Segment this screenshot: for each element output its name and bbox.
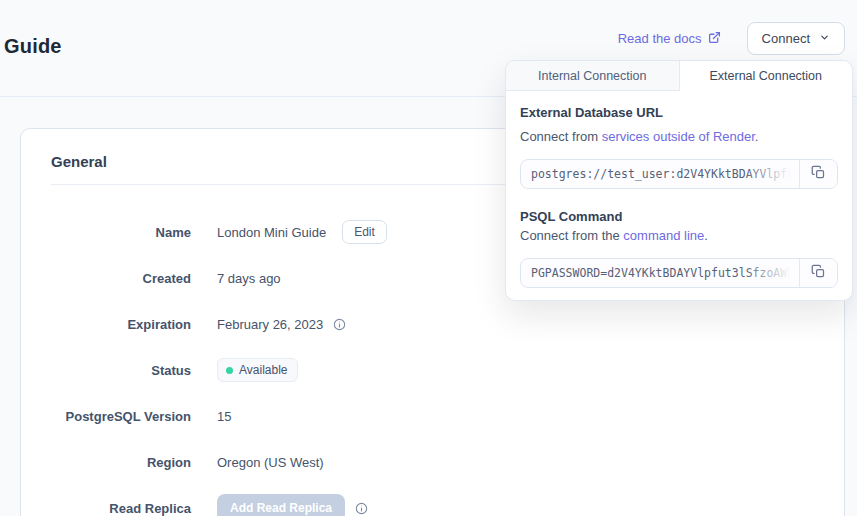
row-region-label: Region: [21, 455, 191, 470]
row-postgresql-version: PostgreSQL Version 15: [21, 393, 844, 439]
database-name-value: London Mini Guide: [217, 225, 326, 240]
external-database-url-field: postgres://test_user:d2V4YKktBDAYVlpfut3…: [520, 159, 838, 189]
region-value: Oregon (US West): [217, 455, 324, 470]
services-outside-render-link[interactable]: services outside of Render: [602, 129, 755, 144]
copy-icon: [811, 165, 826, 183]
psql-command-value[interactable]: PGPASSWORD=d2V4YKktBDAYVlpfut3lSfzoAWhwb…: [521, 259, 799, 287]
status-badge-label: Available: [239, 363, 287, 377]
connect-dropdown-panel: Internal Connection External Connection …: [505, 60, 853, 301]
row-postgresql-version-label: PostgreSQL Version: [21, 409, 191, 424]
page-title: Guide: [4, 35, 62, 58]
desc-text: Connect from: [520, 129, 602, 144]
copy-icon: [811, 264, 826, 282]
expiration-info-icon[interactable]: [333, 318, 346, 331]
psql-command-field: PGPASSWORD=d2V4YKktBDAYVlpfut3lSfzoAWhwb…: [520, 258, 838, 288]
connect-button-label: Connect: [762, 31, 810, 46]
add-read-replica-button[interactable]: Add Read Replica: [217, 494, 345, 516]
row-created-label: Created: [21, 271, 191, 286]
read-the-docs-link[interactable]: Read the docs: [618, 31, 721, 47]
row-status-label: Status: [21, 363, 191, 378]
external-database-url-value[interactable]: postgres://test_user:d2V4YKktBDAYVlpfut3…: [521, 160, 799, 188]
row-name-label: Name: [21, 225, 191, 240]
desc-text: .: [755, 129, 759, 144]
row-status: Status Available: [21, 347, 844, 393]
command-line-link[interactable]: command line: [623, 228, 704, 243]
row-region: Region Oregon (US West): [21, 439, 844, 485]
postgresql-version-value: 15: [217, 409, 231, 424]
external-database-url-heading: External Database URL: [520, 105, 838, 120]
connect-button[interactable]: Connect: [747, 22, 845, 55]
row-read-replica: Read Replica Add Read Replica: [21, 485, 844, 516]
created-value: 7 days ago: [217, 271, 281, 286]
connection-tabs: Internal Connection External Connection: [506, 61, 852, 91]
read-replica-info-icon[interactable]: [355, 502, 368, 515]
status-dot-icon: [226, 367, 233, 374]
header-actions: Read the docs Connect: [618, 22, 845, 55]
desc-text: .: [704, 228, 708, 243]
external-database-url-desc: Connect from services outside of Render.: [520, 129, 838, 144]
tab-external-connection[interactable]: External Connection: [680, 61, 853, 91]
copy-external-url-button[interactable]: [799, 160, 837, 188]
chevron-down-icon: [819, 31, 830, 46]
external-link-icon: [708, 31, 721, 47]
external-connection-content: External Database URL Connect from servi…: [506, 91, 852, 300]
tab-internal-connection[interactable]: Internal Connection: [506, 61, 680, 91]
row-read-replica-label: Read Replica: [21, 501, 191, 516]
status-badge: Available: [217, 358, 298, 382]
desc-text: Connect from the: [520, 228, 623, 243]
row-expiration: Expiration February 26, 2023: [21, 301, 844, 347]
expiration-value: February 26, 2023: [217, 317, 323, 332]
row-expiration-label: Expiration: [21, 317, 191, 332]
psql-command-desc: Connect from the command line.: [520, 228, 838, 243]
edit-name-button[interactable]: Edit: [342, 220, 387, 244]
read-the-docs-label: Read the docs: [618, 31, 702, 46]
copy-psql-command-button[interactable]: [799, 259, 837, 287]
psql-command-heading: PSQL Command: [520, 209, 838, 224]
